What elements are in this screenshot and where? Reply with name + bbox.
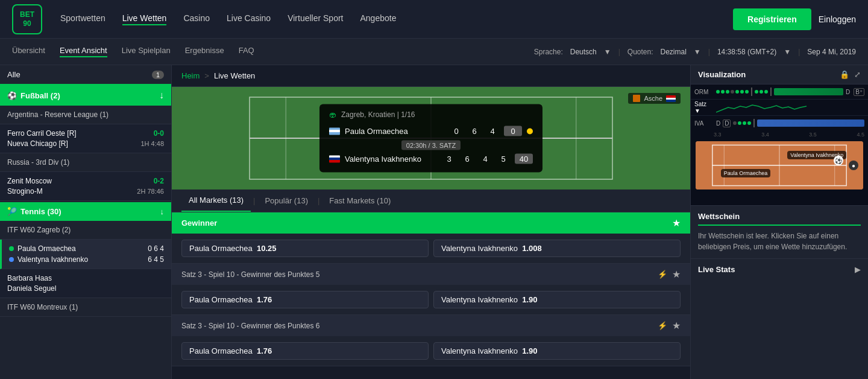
sidebar-all-label: Alle bbox=[7, 70, 152, 79]
ferro-team1: Ferro Carril Oeste [R] bbox=[7, 129, 150, 138]
market-label-punkt5: Satz 3 - Spiel 10 - Gewinner des Punktes… bbox=[181, 270, 658, 279]
viz-header: Visualization 🔒 ⤢ bbox=[691, 65, 868, 84]
live-stats-arrow: ▶ bbox=[855, 265, 861, 274]
market-label-punkt6: Satz 3 - Spiel 10 - Gewinner des Punktes… bbox=[181, 322, 658, 330]
odds-paula-gewinner[interactable]: Paula Ormaechea 10.25 bbox=[181, 240, 429, 257]
surface-color-indicator bbox=[633, 95, 640, 102]
paula-odds-p6: 1.76 bbox=[257, 346, 272, 355]
player2-flag bbox=[329, 155, 340, 162]
ferro-score: 0-0 bbox=[154, 129, 164, 138]
live-stats-section[interactable]: Live Stats ▶ bbox=[691, 258, 868, 280]
odds-label: Quoten: bbox=[627, 48, 653, 56]
wettschein-empty-text: Ihr Wettschein ist leer. Klicken Sie auf… bbox=[698, 231, 861, 252]
valentyna-odds-p5: 1.90 bbox=[522, 295, 537, 304]
zenit-time: 2H 78:46 bbox=[137, 188, 164, 195]
time-arrow: ▼ bbox=[784, 48, 791, 56]
tab-sep2: | bbox=[318, 196, 319, 205]
login-button[interactable]: Einloggen bbox=[819, 14, 856, 24]
odds-paula-punkt6[interactable]: Paula Ormaechea 1.76 bbox=[181, 342, 429, 360]
player2-point: 40 bbox=[515, 154, 533, 164]
match-zenit[interactable]: Zenit Moscow 0-2 Strogino-M 2H 78:46 bbox=[0, 172, 171, 201]
player1-serving bbox=[527, 128, 533, 134]
player1-name: Paula Ormaechea bbox=[345, 127, 445, 136]
expand-icon[interactable]: ⤢ bbox=[854, 70, 861, 79]
sec-nav-faq[interactable]: FAQ bbox=[239, 46, 254, 57]
sport-icon-fussball: ⚽ bbox=[7, 91, 17, 100]
sec-nav-ergebnisse[interactable]: Ergebnisse bbox=[185, 46, 224, 57]
valentyna-label-p5: Valentyna Ivakhnenko bbox=[441, 295, 518, 304]
player1-set1: 0 bbox=[450, 127, 463, 136]
sec-nav-ubersicht[interactable]: Übersicht bbox=[12, 46, 45, 57]
match-tournament: Zagreb, Kroatien | 1/16 bbox=[341, 110, 415, 119]
market-star-punkt6[interactable]: ★ bbox=[672, 320, 681, 331]
market-star-punkt5[interactable]: ★ bbox=[672, 269, 681, 280]
tab-fast-markets[interactable]: Fast Markets (10) bbox=[322, 190, 398, 211]
barbara-haas-row[interactable]: Barbara Haas Daniela Seguel bbox=[0, 269, 171, 298]
register-button[interactable]: Registrieren bbox=[733, 8, 811, 30]
breadcrumb-current: Live Wetten bbox=[214, 71, 255, 80]
nav-virtueller-sport[interactable]: Virtueller Sport bbox=[288, 13, 343, 25]
odds-valentyna-gewinner[interactable]: Valentyna Ivakhnenko 1.008 bbox=[433, 240, 681, 257]
surface-label: Asche bbox=[644, 95, 662, 102]
league-itf-montreux[interactable]: ITF W60 Montreux (1) bbox=[0, 298, 171, 317]
player2-game: 5 bbox=[497, 154, 510, 164]
tab-all-markets[interactable]: All Markets (13) bbox=[181, 190, 251, 212]
market-star-gewinner[interactable]: ★ bbox=[672, 217, 681, 229]
nav-angebote[interactable]: Angebote bbox=[360, 13, 396, 25]
sport-header-fussball[interactable]: ⚽ Fußball (2) ↓ bbox=[0, 85, 171, 106]
orm-label: ORM bbox=[694, 89, 714, 95]
odds-valentyna-punkt5[interactable]: Valentyna Ivakhnenko 1.90 bbox=[433, 291, 681, 308]
market-bolt-punkt6: ⚡ bbox=[658, 321, 667, 330]
league-argentina[interactable]: Argentina - Reserve League (1) bbox=[0, 106, 171, 124]
center-content: Heim > Live Wetten bbox=[172, 65, 690, 379]
sport-label-fussball: Fußball (2) bbox=[20, 91, 159, 100]
sec-nav-right: Sprache: Deutsch ▼ | Quoten: Dezimal ▼ |… bbox=[534, 48, 856, 56]
player2-name: Valentyna Ivakhnenko bbox=[345, 154, 438, 164]
markets-tabs: All Markets (13) | Populär (13) | Fast M… bbox=[172, 190, 690, 212]
logo[interactable]: BET 90 bbox=[12, 4, 42, 34]
valentyna-dot bbox=[9, 257, 14, 262]
sport-label-tennis: Tennis (30) bbox=[20, 207, 160, 216]
sport-header-tennis[interactable]: 🎾 Tennis (30) ↓ bbox=[0, 202, 171, 221]
market-row-gewinner: Paula Ormaechea 10.25 Valentyna Ivakhnen… bbox=[172, 234, 690, 264]
player1-set2: 6 bbox=[468, 127, 481, 136]
zenit-team1: Zenit Moscow bbox=[7, 177, 150, 185]
match-tournament-icon: 🏟 bbox=[329, 110, 336, 119]
nav-live-casino[interactable]: Live Casino bbox=[227, 13, 271, 25]
nav-casino[interactable]: Casino bbox=[183, 13, 210, 25]
valentyna-name: Valentyna Ivakhnenko bbox=[17, 255, 144, 264]
ferro-team2: Nueva Chicago [R] bbox=[7, 139, 137, 148]
nav-live-wetten[interactable]: Live Wetten bbox=[122, 13, 167, 25]
sport-collapse-icon: ↓ bbox=[159, 90, 164, 101]
language-value[interactable]: Deutsch bbox=[570, 48, 597, 56]
odds-value[interactable]: Dezimal bbox=[661, 48, 687, 56]
zenit-team2: Strogino-M bbox=[7, 187, 133, 196]
sec-nav-live-spielplan[interactable]: Live Spielplan bbox=[122, 46, 171, 57]
language-arrow: ▼ bbox=[604, 48, 611, 56]
valentyna-scores: 6 4 5 bbox=[148, 255, 164, 264]
league-itf-zagreb[interactable]: ITF W60 Zagreb (2) bbox=[0, 221, 171, 240]
player2-set3: 4 bbox=[479, 154, 492, 164]
daniela-name: Daniela Seguel bbox=[7, 284, 164, 293]
player1-flag bbox=[329, 127, 340, 135]
breadcrumb: Heim > Live Wetten bbox=[172, 65, 690, 87]
match-paula-valentyna[interactable]: Paula Ormaechea 0 6 4 Valentyna Ivakhnen… bbox=[0, 240, 171, 269]
odds-paula-punkt5[interactable]: Paula Ormaechea 1.76 bbox=[181, 291, 429, 308]
score-indicator: ● bbox=[849, 161, 858, 170]
viz-title: Visualization bbox=[698, 70, 840, 79]
odds-valentyna-punkt6[interactable]: Valentyna Ivakhnenko 1.90 bbox=[433, 342, 681, 360]
breadcrumb-home[interactable]: Heim bbox=[181, 71, 200, 80]
match-ferro[interactable]: Ferro Carril Oeste [R] 0-0 Nueva Chicago… bbox=[0, 124, 171, 153]
market-row-punkt6: Paula Ormaechea 1.76 Valentyna Ivakhnenk… bbox=[172, 336, 690, 366]
tab-popular[interactable]: Populär (13) bbox=[257, 190, 315, 211]
sidebar-all-row[interactable]: Alle 1 bbox=[0, 65, 171, 85]
sidebar: Alle 1 ⚽ Fußball (2) ↓ Argentina - Reser… bbox=[0, 65, 172, 379]
market-row-punkt5: Paula Ormaechea 1.76 Valentyna Ivakhnenk… bbox=[172, 285, 690, 315]
paula-scores: 0 6 4 bbox=[148, 244, 164, 253]
market-header-gewinner: Gewinner ★ bbox=[172, 212, 690, 234]
lock-icon[interactable]: 🔒 bbox=[840, 70, 849, 79]
nav-sportwetten[interactable]: Sportwetten bbox=[60, 13, 105, 25]
iva-label: IVA bbox=[694, 120, 714, 127]
league-russia[interactable]: Russia - 3rd Div (1) bbox=[0, 153, 171, 172]
sec-nav-event-ansicht[interactable]: Event Ansicht bbox=[60, 46, 107, 57]
